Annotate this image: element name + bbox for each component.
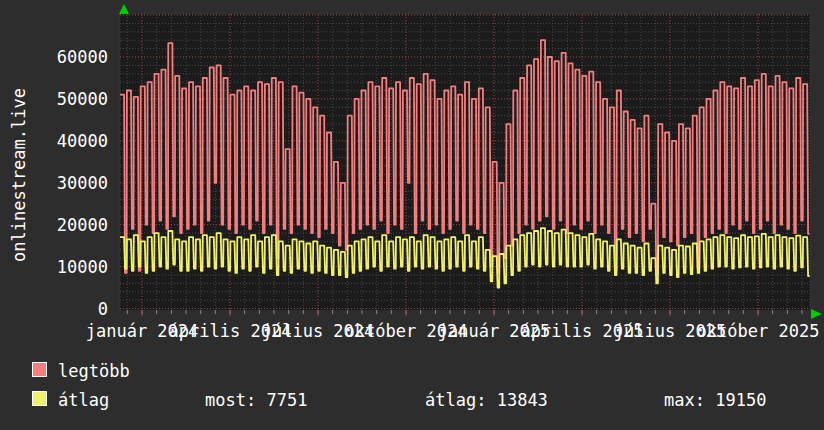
stat-atlag-label: átlag: bbox=[425, 390, 486, 410]
y-tick-label: 10000 bbox=[0, 258, 108, 276]
y-tick-label: 50000 bbox=[0, 90, 108, 108]
axis-up-arrow-icon bbox=[119, 4, 129, 14]
x-tick-label: október 2025 bbox=[697, 321, 820, 341]
legend-label-legtobb: legtöbb bbox=[58, 361, 130, 381]
y-tick-label: 60000 bbox=[0, 48, 108, 66]
stat-atlag-value: 13843 bbox=[497, 390, 548, 410]
y-tick-label: 20000 bbox=[0, 216, 108, 234]
stat-most-value: 7751 bbox=[266, 390, 307, 410]
legend-row-atlag: átlag most: 7751 átlag: 13843 max: 19150 bbox=[0, 390, 824, 410]
stat-most: most: 7751 bbox=[205, 390, 307, 410]
legend-swatch-atlag bbox=[32, 391, 47, 406]
legend-row-legtobb: legtöbb bbox=[0, 361, 824, 381]
y-tick-label: 30000 bbox=[0, 174, 108, 192]
stat-max: max: 19150 bbox=[664, 390, 766, 410]
stat-max-value: 19150 bbox=[715, 390, 766, 410]
y-tick-label: 40000 bbox=[0, 132, 108, 150]
stat-atlag: átlag: 13843 bbox=[425, 390, 548, 410]
graph-page: onlinestream.live 0100002000030000400005… bbox=[0, 0, 824, 430]
legend-label-atlag: átlag bbox=[58, 390, 109, 410]
stat-max-label: max: bbox=[664, 390, 705, 410]
axis-right-arrow-icon bbox=[811, 309, 822, 319]
legend-swatch-legtobb bbox=[32, 362, 47, 377]
y-tick-label: 0 bbox=[0, 300, 108, 318]
stat-most-label: most: bbox=[205, 390, 256, 410]
